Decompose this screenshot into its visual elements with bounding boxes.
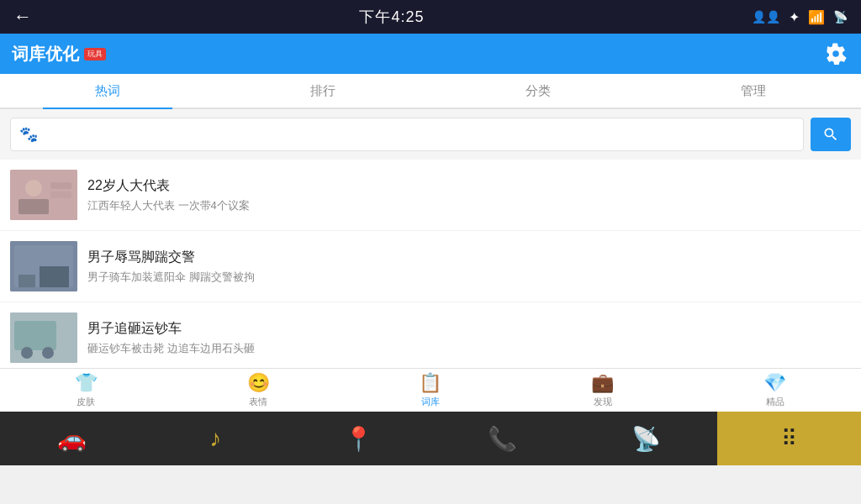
news-content-2: 男子追砸运钞车 砸运钞车被击毙 边追车边用石头砸 — [87, 320, 851, 356]
icon-nav-lexicon-label: 词库 — [421, 396, 440, 408]
icon-nav-skin-label: 皮肤 — [77, 396, 95, 408]
signal-icon: 📡 — [631, 425, 661, 453]
bottom-toolbar: 🚗 ♪ 📍 📞 📡 ⠿ — [0, 412, 861, 465]
news-item-2[interactable]: 男子追砸运钞车 砸运钞车被击毙 边追车边用石头砸 — [0, 302, 861, 368]
news-title-0: 22岁人大代表 — [87, 177, 851, 195]
icon-nav-discover-label: 发现 — [594, 396, 612, 408]
svg-point-11 — [21, 347, 33, 359]
news-thumb-1 — [10, 241, 77, 291]
svg-rect-8 — [40, 266, 69, 287]
news-title-1: 男子辱骂脚踹交警 — [87, 249, 851, 266]
user-icon: 👤👤 — [752, 10, 780, 24]
icon-nav-emotion-label: 表情 — [249, 396, 267, 408]
back-icon[interactable]: ← — [13, 6, 32, 28]
skin-icon: 👕 — [75, 372, 98, 394]
status-icons: 👤👤 ✦ 📶 📡 — [752, 9, 848, 25]
app-title: 词库优化 玩具 — [12, 43, 106, 66]
status-bar: ← 下午4:25 👤👤 ✦ 📶 📡 — [0, 0, 861, 34]
svg-rect-7 — [18, 275, 35, 287]
paw-icon: 🐾 — [19, 125, 38, 144]
news-content-0: 22岁人大代表 江西年轻人大代表 一次带4个议案 — [87, 177, 851, 213]
premium-icon: 💎 — [763, 372, 786, 394]
icon-nav-discover[interactable]: 💼 发现 — [516, 372, 689, 408]
svg-point-12 — [42, 347, 54, 359]
news-desc-2: 砸运钞车被击毙 边追车边用石头砸 — [87, 341, 851, 356]
search-bar: 🐾 — [0, 109, 861, 160]
news-thumb-2 — [10, 312, 77, 363]
toolbar-music[interactable]: ♪ — [144, 412, 288, 465]
news-list: 22岁人大代表 江西年轻人大代表 一次带4个议案 男子辱骂脚踹交警 男子骑车加装… — [0, 160, 861, 368]
svg-rect-4 — [50, 192, 71, 198]
app-title-badge: 玩具 — [84, 48, 106, 60]
tab-bar: 热词 排行 分类 管理 — [0, 74, 861, 109]
search-input-wrap: 🐾 — [10, 118, 804, 151]
wifi-icon: 📶 — [808, 9, 825, 25]
lexicon-icon: 📋 — [419, 372, 441, 394]
svg-rect-3 — [50, 182, 71, 189]
icon-nav-emotion[interactable]: 😊 表情 — [172, 372, 345, 408]
emotion-icon: 😊 — [247, 372, 270, 394]
icon-nav-lexicon[interactable]: 📋 词库 — [345, 372, 517, 408]
news-thumb-0 — [10, 170, 77, 220]
app-title-text: 词库优化 — [12, 43, 79, 66]
car-icon: 🚗 — [57, 425, 87, 453]
icon-nav-skin[interactable]: 👕 皮肤 — [0, 372, 172, 408]
news-desc-1: 男子骑车加装遮阳伞 脚踹交警被拘 — [87, 270, 851, 285]
news-title-2: 男子追砸运钞车 — [87, 320, 851, 338]
discover-icon: 💼 — [591, 372, 614, 394]
icon-nav-premium[interactable]: 💎 精品 — [689, 372, 861, 408]
tab-hot[interactable]: 热词 — [0, 74, 215, 108]
status-time: 下午4:25 — [359, 7, 424, 27]
news-desc-0: 江西年轻人大代表 一次带4个议案 — [87, 198, 851, 213]
search-input[interactable] — [45, 128, 795, 142]
grid-icon: ⠿ — [781, 426, 797, 452]
status-bar-left: ← — [13, 6, 32, 28]
toolbar-signal[interactable]: 📡 — [574, 412, 718, 465]
tab-category[interactable]: 分类 — [430, 74, 646, 108]
settings-button[interactable] — [822, 40, 849, 67]
toolbar-phone[interactable]: 📞 — [430, 412, 574, 465]
music-icon: ♪ — [209, 425, 221, 452]
tab-rank[interactable]: 排行 — [215, 74, 430, 108]
icon-nav: 👕 皮肤 😊 表情 📋 词库 💼 发现 💎 精品 — [0, 368, 861, 412]
svg-point-1 — [25, 180, 42, 197]
news-item-1[interactable]: 男子辱骂脚踹交警 男子骑车加装遮阳伞 脚踹交警被拘 — [0, 231, 861, 302]
tab-manage[interactable]: 管理 — [646, 74, 861, 108]
signal-icon: 📡 — [833, 10, 848, 24]
svg-rect-2 — [18, 199, 49, 214]
bluetooth-icon: ✦ — [789, 9, 800, 25]
toolbar-car[interactable]: 🚗 — [0, 412, 144, 465]
search-button[interactable] — [811, 118, 851, 151]
news-item-0[interactable]: 22岁人大代表 江西年轻人大代表 一次带4个议案 — [0, 160, 861, 231]
app-header: 词库优化 玩具 — [0, 34, 861, 74]
toolbar-grid[interactable]: ⠿ — [717, 412, 861, 465]
svg-rect-10 — [14, 321, 56, 350]
location-icon: 📍 — [344, 425, 373, 453]
phone-icon: 📞 — [488, 425, 517, 453]
news-content-1: 男子辱骂脚踹交警 男子骑车加装遮阳伞 脚踹交警被拘 — [87, 249, 851, 285]
toolbar-location[interactable]: 📍 — [287, 412, 430, 465]
icon-nav-premium-label: 精品 — [766, 396, 784, 408]
